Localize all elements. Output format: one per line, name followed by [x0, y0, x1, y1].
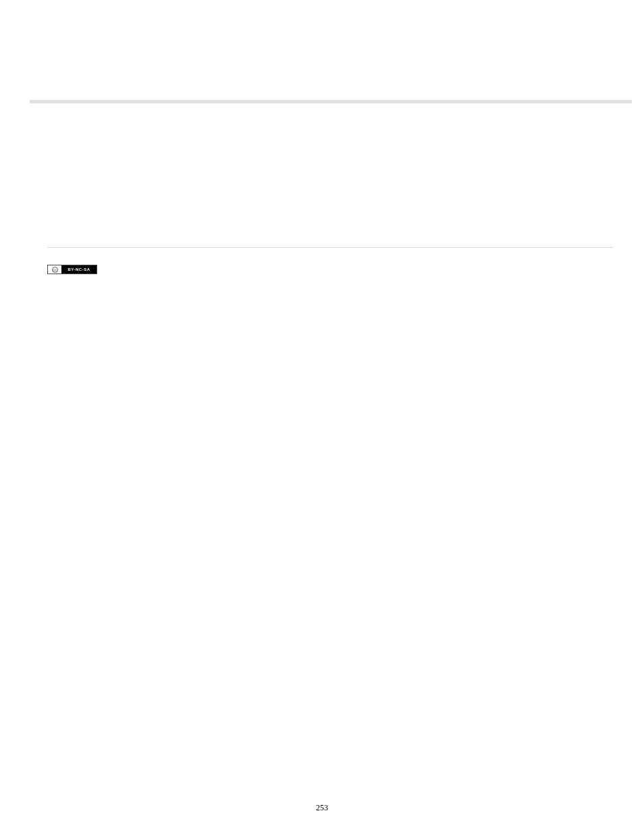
cc-license-terms: BY-NC-SA — [61, 265, 97, 273]
page-number: 253 — [0, 803, 644, 813]
cc-logo-box: cc — [48, 265, 61, 273]
header-rule — [30, 100, 632, 103]
cc-logo-icon: cc — [52, 267, 58, 273]
cc-license-badge: cc BY-NC-SA — [47, 265, 97, 274]
section-divider — [47, 247, 613, 248]
